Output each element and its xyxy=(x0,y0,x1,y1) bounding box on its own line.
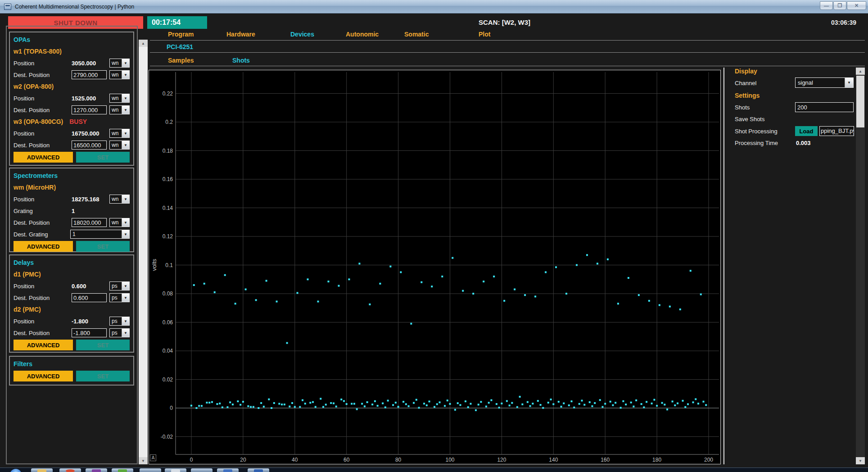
wm-dest-units-combo[interactable]: wn▼ xyxy=(109,218,130,227)
svg-text:0: 0 xyxy=(190,457,193,463)
taskbar-item[interactable] xyxy=(217,468,239,472)
tab-hardware[interactable]: Hardware xyxy=(226,31,255,38)
taskbar-item[interactable] xyxy=(86,468,107,472)
taskbar-item[interactable] xyxy=(112,468,133,472)
taskbar-item[interactable] xyxy=(31,468,53,472)
d2-dest-input[interactable] xyxy=(72,328,107,337)
spectrometers-advanced-button[interactable]: ADVANCED xyxy=(14,241,73,252)
panel-scrollbar[interactable]: ▲ ▼ xyxy=(856,68,865,464)
minimize-button[interactable]: — xyxy=(820,1,833,10)
save-shots-label: Save Shots xyxy=(735,116,765,123)
scroll-down-icon[interactable]: ▼ xyxy=(856,457,865,464)
tab-program[interactable]: Program xyxy=(168,31,194,38)
svg-text:0: 0 xyxy=(170,405,173,411)
wm-position-value: 18275.168 xyxy=(72,196,107,203)
wm-dest-input[interactable] xyxy=(72,218,107,227)
tab-samples[interactable]: Samples xyxy=(168,57,194,64)
spectrometers-section: Spectrometers wm (MicroHR) Position 1827… xyxy=(9,168,134,252)
tab-pci-6251[interactable]: PCI-6251 xyxy=(167,43,193,50)
w2-dest-input[interactable] xyxy=(72,105,107,114)
scrollbar-thumb[interactable] xyxy=(856,76,864,127)
wm-dest-grating-combo[interactable]: 1▼ xyxy=(70,230,130,239)
taskbar-item[interactable] xyxy=(165,468,186,472)
w1-position-units-combo[interactable]: wn▼ xyxy=(109,59,130,68)
nav-underline xyxy=(150,40,865,41)
w2-position-units-combo[interactable]: wn▼ xyxy=(109,94,130,103)
d1-dest-input[interactable] xyxy=(72,293,107,302)
processing-time-value: 0.003 xyxy=(796,140,811,146)
d2-position-label: Position xyxy=(14,318,72,325)
dropdown-icon[interactable]: ▼ xyxy=(122,294,129,302)
dropdown-icon[interactable]: ▼ xyxy=(122,317,129,325)
wm-dest-grating-label: Dest. Grating xyxy=(14,231,70,238)
tab-devices[interactable]: Devices xyxy=(290,31,314,38)
autoscale-button[interactable]: A xyxy=(150,454,156,461)
dropdown-icon[interactable]: ▼ xyxy=(122,94,129,102)
w3-dest-units-combo[interactable]: wn▼ xyxy=(109,141,130,150)
tab-autonomic[interactable]: Autonomic xyxy=(346,31,379,38)
scroll-down-icon[interactable]: ▼ xyxy=(139,457,148,464)
dropdown-icon[interactable]: ▼ xyxy=(122,230,129,238)
taskbar-item[interactable] xyxy=(59,468,81,472)
d1-position-units-combo[interactable]: ps▼ xyxy=(109,281,130,290)
taskbar-item[interactable] xyxy=(191,468,212,472)
w1-dest-units-combo[interactable]: wn▼ xyxy=(109,70,130,79)
d1-dest-units-combo[interactable]: ps▼ xyxy=(109,293,130,302)
w3-dest-input[interactable] xyxy=(72,141,107,150)
opas-section: OPAs w1 (TOPAS-800) Position 3050.000 wn… xyxy=(9,32,134,166)
dropdown-icon[interactable]: ▼ xyxy=(122,141,129,149)
svg-text:0.06: 0.06 xyxy=(163,319,173,326)
channel-combo[interactable]: signal ▼ xyxy=(795,77,854,88)
scroll-up-icon[interactable]: ▲ xyxy=(139,40,148,47)
channel-label: Channel xyxy=(735,80,756,86)
d2-position-units-combo[interactable]: ps▼ xyxy=(109,317,130,326)
title-bar[interactable]: Coherent Multidimensional Spectroscopy |… xyxy=(0,0,868,14)
opas-advanced-button[interactable]: ADVANCED xyxy=(14,152,73,163)
w1-dest-label: Dest. Position xyxy=(14,72,72,78)
spectrometers-set-button[interactable]: SET xyxy=(76,241,130,252)
w3-dest-label: Dest. Position xyxy=(14,142,72,149)
svg-text:200: 200 xyxy=(704,457,713,463)
windows-taskbar[interactable] xyxy=(0,467,868,472)
d2-dest-units-combo[interactable]: ps▼ xyxy=(109,328,130,337)
dropdown-icon[interactable]: ▼ xyxy=(122,195,129,203)
filters-set-button[interactable]: SET xyxy=(76,371,130,381)
delays-set-button[interactable]: SET xyxy=(76,340,130,350)
svg-text:-0.02: -0.02 xyxy=(161,434,173,440)
w3-position-value: 16750.000 xyxy=(72,130,107,137)
dropdown-icon[interactable]: ▼ xyxy=(122,106,129,114)
dropdown-icon[interactable]: ▼ xyxy=(122,59,129,67)
wm-position-units-combo[interactable]: wn▼ xyxy=(109,195,130,204)
delays-advanced-button[interactable]: ADVANCED xyxy=(14,340,73,350)
d2-dest-label: Dest. Position xyxy=(14,330,72,336)
svg-text:0.16: 0.16 xyxy=(163,176,173,182)
shots-input[interactable] xyxy=(795,102,854,112)
tab-shots[interactable]: Shots xyxy=(232,57,250,64)
close-button[interactable]: ✕ xyxy=(847,1,866,10)
wm-grating-label: Grating xyxy=(14,208,72,214)
opas-set-button[interactable]: SET xyxy=(76,152,130,163)
dropdown-icon[interactable]: ▼ xyxy=(845,78,853,87)
taskbar-item[interactable] xyxy=(248,468,269,472)
scatter-plot-canvas[interactable]: -0.0200.020.040.060.080.10.120.140.160.1… xyxy=(149,70,720,464)
restore-button[interactable]: ❐ xyxy=(833,1,846,10)
dropdown-icon[interactable]: ▼ xyxy=(122,282,129,290)
dropdown-icon[interactable]: ▼ xyxy=(122,329,129,337)
dropdown-icon[interactable]: ▼ xyxy=(122,218,129,227)
start-button[interactable] xyxy=(10,469,22,472)
tab-plot[interactable]: Plot xyxy=(479,31,490,38)
dropdown-icon[interactable]: ▼ xyxy=(122,71,129,79)
wm-grating-value: 1 xyxy=(72,208,130,214)
w2-dest-units-combo[interactable]: wn▼ xyxy=(109,105,130,114)
filters-advanced-button[interactable]: ADVANCED xyxy=(14,371,73,381)
tab-somatic[interactable]: Somatic xyxy=(404,31,429,38)
taskbar-item[interactable] xyxy=(140,468,161,472)
shots-plot[interactable]: -0.0200.020.040.060.080.10.120.140.160.1… xyxy=(149,70,721,464)
processing-script-field[interactable]: pping_BJT.py xyxy=(819,126,854,136)
center-scrollbar[interactable]: ▲ ▼ xyxy=(139,40,148,464)
dropdown-icon[interactable]: ▼ xyxy=(122,129,129,137)
w1-dest-input[interactable] xyxy=(72,70,107,79)
w3-position-units-combo[interactable]: wn▼ xyxy=(109,129,130,138)
load-script-button[interactable]: Load xyxy=(795,126,818,136)
scroll-up-icon[interactable]: ▲ xyxy=(856,68,865,75)
